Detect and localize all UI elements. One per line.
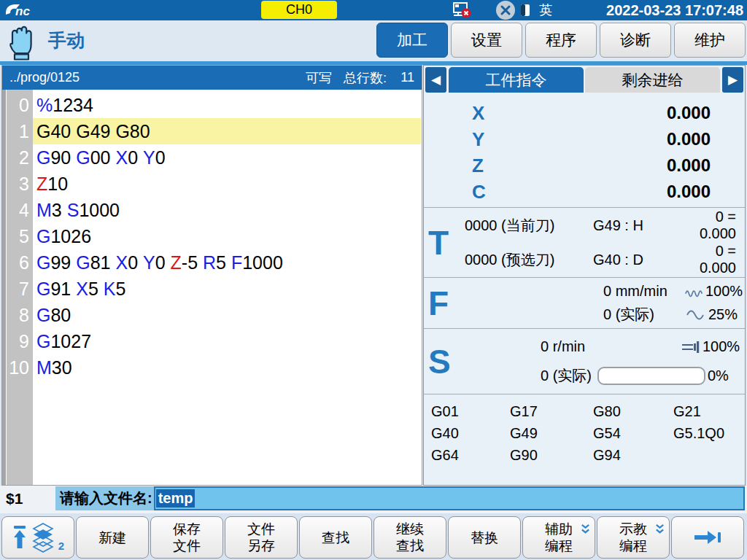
code-token: K xyxy=(104,279,116,300)
line-number: 1 xyxy=(2,118,33,144)
code-token: X xyxy=(76,279,88,300)
code-token: G xyxy=(36,147,50,168)
editor-line[interactable]: 6G99 G81 X0 Y0 Z-5 R5 F1000 xyxy=(2,249,421,276)
gcode-cell: G21 xyxy=(673,400,745,422)
spindle-rows: 0 r/min 100% 0 (实际) 0% xyxy=(460,329,745,394)
softkey-label: 保存文件 xyxy=(173,521,201,554)
editor-line[interactable]: 7G91 X5 K5 xyxy=(2,276,421,302)
editor-line[interactable]: 2G90 G00 X0 Y0 xyxy=(2,144,421,171)
axis-rows: X0.000Y0.000Z0.000C0.000 xyxy=(424,93,745,207)
line-code: G1026 xyxy=(33,223,421,249)
spindle-load-percent: 0% xyxy=(708,368,729,384)
back-button[interactable]: 2 xyxy=(1,516,74,559)
code-token: 91 xyxy=(50,279,76,300)
code-token: 0 xyxy=(128,252,143,273)
axis-row: X0.000 xyxy=(424,100,745,126)
panel-tabs: 工件指令剩余进给 xyxy=(449,67,720,93)
save-file-button[interactable]: 保存文件 xyxy=(150,516,223,559)
editor-line[interactable]: 10M30 xyxy=(2,354,421,381)
gcode-cell: G01 xyxy=(431,400,510,422)
tab-program[interactable]: 程序 xyxy=(525,23,597,58)
new-file-button[interactable]: 新建 xyxy=(76,516,149,559)
softkey-label-line: 编程 xyxy=(545,537,573,554)
aux-programming-button[interactable]: 辅助编程 xyxy=(522,516,595,559)
code-token: G40 G49 G80 xyxy=(36,121,150,142)
editor-line[interactable]: 4M3 S1000 xyxy=(2,197,421,223)
main-tabs: 加工设置程序诊断维护 xyxy=(376,23,746,58)
feed-row-actual: 0 (实际) 25% xyxy=(460,304,746,326)
code-token: G xyxy=(76,252,90,273)
spindle-override-percent: 100% xyxy=(703,338,736,355)
code-token: R xyxy=(203,252,216,273)
editor-line[interactable]: 3Z10 xyxy=(2,171,421,197)
editor-info: 可写 总行数: 11 xyxy=(306,69,414,87)
editor-line[interactable]: 5G1026 xyxy=(2,223,421,249)
code-token: 1000 xyxy=(242,252,283,273)
softkey-label: 查找 xyxy=(322,529,349,546)
panel-tab-remaining-feed[interactable]: 剩余进给 xyxy=(585,67,720,93)
gcode-cell xyxy=(673,444,745,466)
softkey-label: 继续查找 xyxy=(396,521,424,554)
tab-diagnosis[interactable]: 诊断 xyxy=(600,23,671,58)
tab-settings[interactable]: 设置 xyxy=(451,23,522,58)
language-indicator[interactable]: 英 xyxy=(539,0,552,20)
code-token: 00 xyxy=(90,147,116,168)
panel-next-icon[interactable]: ▶ xyxy=(722,67,743,93)
line-code: %1234 xyxy=(33,92,421,118)
menu-stack-icon xyxy=(31,522,55,553)
next-softkeys-button[interactable] xyxy=(671,516,744,559)
softkey-label: 新建 xyxy=(98,529,126,546)
editor-body[interactable]: 0%12341G40 G49 G802G90 G00 X0 Y03Z104M3 … xyxy=(2,90,422,485)
titlebar: nc CH0 英 2022-03-23 17:07:48 xyxy=(0,0,747,20)
tool-compensation: G40 : D xyxy=(593,252,681,268)
line-number: 0 xyxy=(2,92,33,118)
tool-comp-value: 0 = 0.000 xyxy=(681,243,736,276)
find-button[interactable]: 查找 xyxy=(299,516,372,559)
axis-value: 0.000 xyxy=(504,129,711,149)
chevron-double-down-icon xyxy=(654,524,665,534)
editor-line[interactable]: 9G1027 xyxy=(2,328,421,354)
panel-header: ◀ 工件指令剩余进给 ▶ xyxy=(424,66,745,93)
tab-machining[interactable]: 加工 xyxy=(376,23,448,58)
filename-prompt-area: 请输入文件名: temp xyxy=(55,486,745,510)
save-as-button[interactable]: 文件另存 xyxy=(225,516,298,559)
softkey-label-line: 查找 xyxy=(322,529,349,546)
axis-value: 0.000 xyxy=(504,155,711,176)
gcode-cell: G49 xyxy=(510,422,593,444)
softkey-label-line: 编程 xyxy=(619,537,647,554)
channel-badge[interactable]: CH0 xyxy=(261,1,337,19)
network-error-icon[interactable] xyxy=(451,1,473,19)
spindle-row-speed: 0 r/min 100% xyxy=(460,335,745,359)
code-token: 1000 xyxy=(79,200,120,221)
panel-prev-icon[interactable]: ◀ xyxy=(425,67,446,93)
replace-button[interactable]: 替换 xyxy=(448,516,521,559)
axis-row: Z0.000 xyxy=(424,152,745,179)
feed-override-icon xyxy=(685,309,705,321)
ime-icon[interactable] xyxy=(520,4,530,17)
filename-input[interactable]: temp xyxy=(154,486,745,510)
gcode-grid: G01G17G80G21G40G49G54G5.1Q0G64G90G94 xyxy=(424,394,745,485)
feed-actual-value: 0 (实际) xyxy=(603,305,685,324)
axis-value: 0.000 xyxy=(504,182,711,202)
softkey-label: 替换 xyxy=(471,529,498,546)
editor-line[interactable]: 1G40 G49 G80 xyxy=(2,118,421,144)
spindle-load-bar xyxy=(597,367,705,385)
status-panel: ◀ 工件指令剩余进给 ▶ X0.000Y0.000Z0.000C0.000 T … xyxy=(423,65,746,486)
rapid-override-icon xyxy=(685,286,705,298)
mode-label: 手动 xyxy=(48,20,85,60)
feed-letter: F xyxy=(424,278,460,328)
screen: nc CH0 英 2022-03-23 17:07:48 手动 加工设置程序诊断… xyxy=(0,0,747,560)
find-next-button[interactable]: 继续查找 xyxy=(374,516,446,559)
spindle-section: S 0 r/min 100% 0 (实际) xyxy=(424,328,745,394)
spindle-row-actual: 0 (实际) 0% xyxy=(460,364,745,389)
softkey-label-line: 文件 xyxy=(173,537,201,554)
editor-line[interactable]: 8G80 xyxy=(2,302,421,328)
editor-header: ../prog/0125 可写 总行数: 11 xyxy=(2,66,422,90)
softkey-label-line: 另存 xyxy=(247,537,275,554)
code-token: 3 xyxy=(52,200,67,221)
editor-line[interactable]: 0%1234 xyxy=(2,92,421,118)
teach-programming-button[interactable]: 示教编程 xyxy=(597,516,670,559)
close-circle-icon[interactable] xyxy=(496,1,515,20)
tab-maintenance[interactable]: 维护 xyxy=(674,23,746,58)
panel-tab-workpiece-command[interactable]: 工件指令 xyxy=(449,67,584,93)
